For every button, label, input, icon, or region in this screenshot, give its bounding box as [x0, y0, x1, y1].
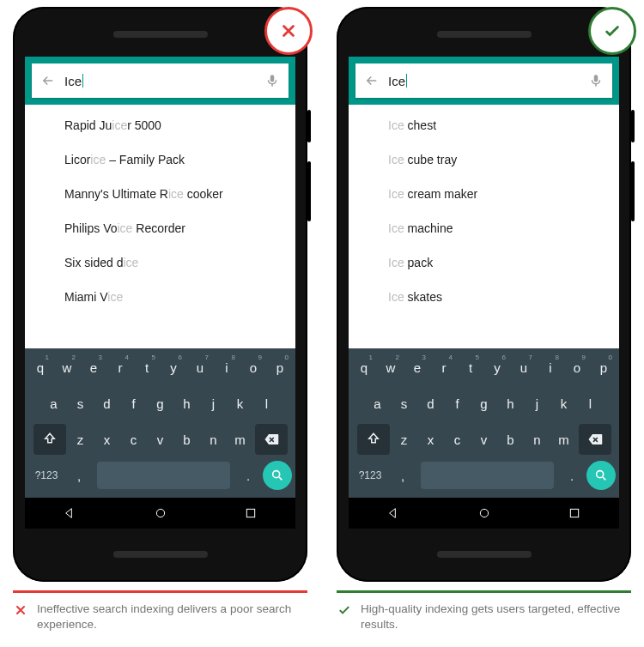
svg-point-0	[273, 471, 280, 478]
nav-recent-icon[interactable]	[568, 506, 581, 520]
bad-badge	[264, 7, 313, 55]
search-key[interactable]	[263, 461, 292, 490]
key-i[interactable]: 8i	[215, 352, 239, 383]
key-n[interactable]: n	[526, 424, 550, 455]
key-s[interactable]: s	[69, 388, 93, 419]
key-r[interactable]: 4r	[432, 352, 456, 383]
suggestion-item[interactable]: Philips Voice Recorder	[25, 211, 295, 245]
key-f[interactable]: f	[122, 388, 146, 419]
key-b[interactable]: b	[175, 424, 199, 455]
key-q[interactable]: 1q	[352, 352, 376, 383]
search-header: Ice	[25, 57, 295, 105]
key-c[interactable]: c	[446, 424, 470, 455]
phone-speaker	[113, 31, 208, 38]
key-p[interactable]: 0p	[592, 352, 616, 383]
key-s[interactable]: s	[392, 388, 416, 419]
search-input[interactable]: Ice	[388, 74, 407, 88]
key-k[interactable]: k	[552, 388, 576, 419]
suggestion-item[interactable]: Miami Vice	[25, 280, 295, 314]
key-n[interactable]: n	[202, 424, 226, 455]
shift-key[interactable]	[33, 424, 66, 455]
spacebar[interactable]	[421, 462, 554, 489]
symbols-key[interactable]: ?123	[352, 460, 388, 491]
key-o[interactable]: 9o	[565, 352, 589, 383]
suggestion-item[interactable]: Ice pack	[349, 245, 619, 280]
suggestion-item[interactable]: Manny's Ultimate Rice cooker	[25, 177, 295, 211]
search-bar[interactable]: Ice	[32, 63, 289, 98]
key-i[interactable]: 8i	[538, 352, 562, 383]
key-x[interactable]: x	[95, 424, 119, 455]
period-key[interactable]: .	[236, 460, 260, 491]
search-bar[interactable]: Ice	[355, 63, 612, 98]
back-icon[interactable]	[40, 73, 56, 88]
key-g[interactable]: g	[149, 388, 173, 419]
key-q[interactable]: 1q	[28, 352, 52, 383]
nav-back-icon[interactable]	[387, 506, 401, 520]
key-d[interactable]: d	[95, 388, 119, 419]
key-k[interactable]: k	[228, 388, 252, 419]
comma-key[interactable]: ,	[67, 460, 91, 491]
spacebar[interactable]	[97, 462, 230, 489]
back-icon[interactable]	[364, 73, 380, 88]
period-key[interactable]: .	[560, 460, 584, 491]
key-c[interactable]: c	[122, 424, 146, 455]
key-z[interactable]: z	[69, 424, 93, 455]
mic-icon[interactable]	[588, 73, 604, 88]
suggestion-item[interactable]: Ice chest	[349, 108, 619, 142]
comma-key[interactable]: ,	[391, 460, 415, 491]
nav-home-icon[interactable]	[477, 506, 491, 520]
key-l[interactable]: l	[579, 388, 603, 419]
suggestion-item[interactable]: Six sided dice	[25, 245, 295, 280]
key-m[interactable]: m	[552, 424, 576, 455]
key-y[interactable]: 6y	[161, 352, 185, 383]
key-b[interactable]: b	[499, 424, 523, 455]
key-u[interactable]: 7u	[512, 352, 536, 383]
suggestion-item[interactable]: Ice machine	[349, 211, 619, 245]
key-r[interactable]: 4r	[108, 352, 132, 383]
nav-recent-icon[interactable]	[244, 506, 258, 520]
key-v[interactable]: v	[472, 424, 496, 455]
backspace-key[interactable]	[579, 424, 611, 455]
key-j[interactable]: j	[526, 388, 550, 419]
key-e[interactable]: 3e	[405, 352, 429, 383]
key-e[interactable]: 3e	[82, 352, 106, 383]
key-v[interactable]: v	[149, 424, 173, 455]
key-w[interactable]: 2w	[55, 352, 79, 383]
nav-home-icon[interactable]	[154, 506, 167, 520]
key-l[interactable]: l	[255, 388, 279, 419]
symbols-key[interactable]: ?123	[28, 460, 64, 491]
key-y[interactable]: 6y	[485, 352, 509, 383]
divider-bad	[13, 590, 307, 593]
key-a[interactable]: a	[366, 388, 390, 419]
key-x[interactable]: x	[419, 424, 443, 455]
key-u[interactable]: 7u	[188, 352, 212, 383]
key-m[interactable]: m	[228, 424, 252, 455]
key-h[interactable]: h	[175, 388, 199, 419]
key-w[interactable]: 2w	[379, 352, 403, 383]
key-t[interactable]: 5t	[135, 352, 159, 383]
backspace-key[interactable]	[255, 424, 288, 455]
key-f[interactable]: f	[446, 388, 470, 419]
key-t[interactable]: 5t	[459, 352, 483, 383]
suggestion-item[interactable]: Ice cube tray	[349, 142, 619, 177]
suggestion-item[interactable]: Licorice – Family Pack	[25, 142, 295, 177]
suggestion-item[interactable]: Rapid Juicer 5000	[25, 108, 295, 142]
key-a[interactable]: a	[42, 388, 66, 419]
search-key[interactable]	[586, 461, 616, 490]
suggestion-item[interactable]: Ice skates	[349, 280, 619, 314]
key-d[interactable]: d	[419, 388, 443, 419]
key-o[interactable]: 9o	[241, 352, 265, 383]
nav-back-icon[interactable]	[64, 506, 77, 520]
search-input[interactable]: Ice	[64, 74, 83, 88]
key-h[interactable]: h	[499, 388, 523, 419]
mic-icon[interactable]	[264, 73, 280, 88]
key-j[interactable]: j	[202, 388, 226, 419]
key-z[interactable]: z	[392, 424, 416, 455]
svg-rect-5	[570, 509, 578, 517]
svg-point-4	[480, 509, 488, 517]
caption-bad: Ineffective search indexing delivers a p…	[13, 602, 307, 632]
key-g[interactable]: g	[472, 388, 496, 419]
key-p[interactable]: 0p	[268, 352, 292, 383]
suggestion-item[interactable]: Ice cream maker	[349, 177, 619, 211]
shift-key[interactable]	[357, 424, 390, 455]
